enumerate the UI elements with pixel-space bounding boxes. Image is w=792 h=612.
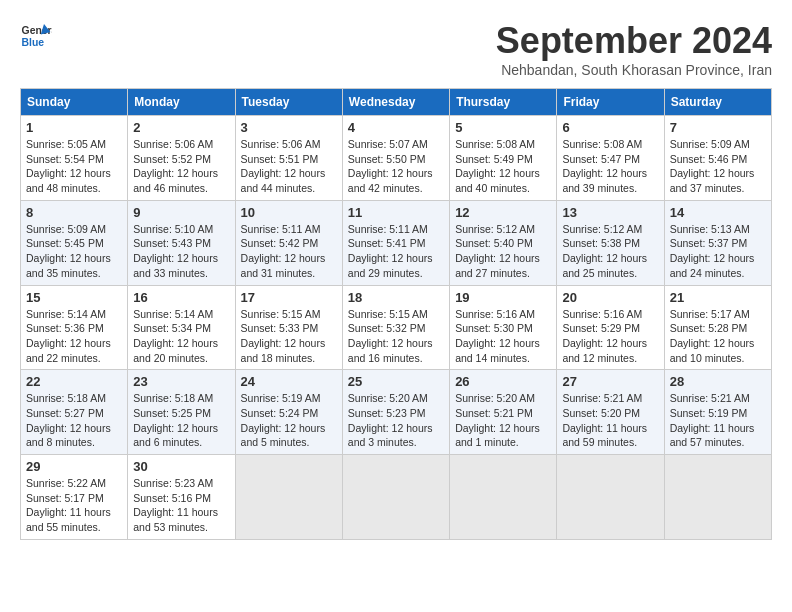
column-header-friday: Friday <box>557 89 664 116</box>
day-info: Sunrise: 5:12 AM Sunset: 5:40 PM Dayligh… <box>455 222 551 281</box>
day-number: 29 <box>26 459 122 474</box>
day-number: 13 <box>562 205 658 220</box>
day-number: 18 <box>348 290 444 305</box>
calendar-cell: 27 Sunrise: 5:21 AM Sunset: 5:20 PM Dayl… <box>557 370 664 455</box>
calendar-cell <box>235 455 342 540</box>
calendar-cell: 24 Sunrise: 5:19 AM Sunset: 5:24 PM Dayl… <box>235 370 342 455</box>
day-info: Sunrise: 5:18 AM Sunset: 5:25 PM Dayligh… <box>133 391 229 450</box>
calendar-cell: 28 Sunrise: 5:21 AM Sunset: 5:19 PM Dayl… <box>664 370 771 455</box>
calendar-header-row: SundayMondayTuesdayWednesdayThursdayFrid… <box>21 89 772 116</box>
calendar-cell: 30 Sunrise: 5:23 AM Sunset: 5:16 PM Dayl… <box>128 455 235 540</box>
calendar-cell <box>664 455 771 540</box>
day-number: 26 <box>455 374 551 389</box>
calendar-week-row: 8 Sunrise: 5:09 AM Sunset: 5:45 PM Dayli… <box>21 200 772 285</box>
day-info: Sunrise: 5:21 AM Sunset: 5:19 PM Dayligh… <box>670 391 766 450</box>
calendar-week-row: 22 Sunrise: 5:18 AM Sunset: 5:27 PM Dayl… <box>21 370 772 455</box>
day-info: Sunrise: 5:14 AM Sunset: 5:36 PM Dayligh… <box>26 307 122 366</box>
logo: General Blue <box>20 20 52 52</box>
column-header-sunday: Sunday <box>21 89 128 116</box>
day-info: Sunrise: 5:23 AM Sunset: 5:16 PM Dayligh… <box>133 476 229 535</box>
calendar-cell: 16 Sunrise: 5:14 AM Sunset: 5:34 PM Dayl… <box>128 285 235 370</box>
calendar-cell: 6 Sunrise: 5:08 AM Sunset: 5:47 PM Dayli… <box>557 116 664 201</box>
day-info: Sunrise: 5:20 AM Sunset: 5:21 PM Dayligh… <box>455 391 551 450</box>
calendar-cell: 9 Sunrise: 5:10 AM Sunset: 5:43 PM Dayli… <box>128 200 235 285</box>
calendar-cell: 20 Sunrise: 5:16 AM Sunset: 5:29 PM Dayl… <box>557 285 664 370</box>
day-info: Sunrise: 5:16 AM Sunset: 5:29 PM Dayligh… <box>562 307 658 366</box>
day-info: Sunrise: 5:20 AM Sunset: 5:23 PM Dayligh… <box>348 391 444 450</box>
column-header-wednesday: Wednesday <box>342 89 449 116</box>
calendar-cell: 25 Sunrise: 5:20 AM Sunset: 5:23 PM Dayl… <box>342 370 449 455</box>
calendar-cell: 19 Sunrise: 5:16 AM Sunset: 5:30 PM Dayl… <box>450 285 557 370</box>
column-header-tuesday: Tuesday <box>235 89 342 116</box>
day-info: Sunrise: 5:17 AM Sunset: 5:28 PM Dayligh… <box>670 307 766 366</box>
calendar-week-row: 29 Sunrise: 5:22 AM Sunset: 5:17 PM Dayl… <box>21 455 772 540</box>
day-info: Sunrise: 5:13 AM Sunset: 5:37 PM Dayligh… <box>670 222 766 281</box>
calendar-cell: 29 Sunrise: 5:22 AM Sunset: 5:17 PM Dayl… <box>21 455 128 540</box>
calendar-cell: 7 Sunrise: 5:09 AM Sunset: 5:46 PM Dayli… <box>664 116 771 201</box>
calendar-cell <box>557 455 664 540</box>
day-info: Sunrise: 5:10 AM Sunset: 5:43 PM Dayligh… <box>133 222 229 281</box>
calendar-cell: 3 Sunrise: 5:06 AM Sunset: 5:51 PM Dayli… <box>235 116 342 201</box>
calendar-week-row: 1 Sunrise: 5:05 AM Sunset: 5:54 PM Dayli… <box>21 116 772 201</box>
day-info: Sunrise: 5:16 AM Sunset: 5:30 PM Dayligh… <box>455 307 551 366</box>
day-number: 1 <box>26 120 122 135</box>
calendar-cell: 10 Sunrise: 5:11 AM Sunset: 5:42 PM Dayl… <box>235 200 342 285</box>
day-info: Sunrise: 5:18 AM Sunset: 5:27 PM Dayligh… <box>26 391 122 450</box>
day-info: Sunrise: 5:08 AM Sunset: 5:49 PM Dayligh… <box>455 137 551 196</box>
calendar-cell <box>342 455 449 540</box>
day-number: 5 <box>455 120 551 135</box>
day-info: Sunrise: 5:22 AM Sunset: 5:17 PM Dayligh… <box>26 476 122 535</box>
day-number: 9 <box>133 205 229 220</box>
day-number: 20 <box>562 290 658 305</box>
calendar-cell: 1 Sunrise: 5:05 AM Sunset: 5:54 PM Dayli… <box>21 116 128 201</box>
day-info: Sunrise: 5:15 AM Sunset: 5:32 PM Dayligh… <box>348 307 444 366</box>
day-number: 19 <box>455 290 551 305</box>
day-info: Sunrise: 5:11 AM Sunset: 5:41 PM Dayligh… <box>348 222 444 281</box>
day-number: 3 <box>241 120 337 135</box>
calendar-cell: 18 Sunrise: 5:15 AM Sunset: 5:32 PM Dayl… <box>342 285 449 370</box>
day-number: 22 <box>26 374 122 389</box>
day-number: 16 <box>133 290 229 305</box>
title-area: September 2024 Nehbandan, South Khorasan… <box>496 20 772 78</box>
calendar-cell: 14 Sunrise: 5:13 AM Sunset: 5:37 PM Dayl… <box>664 200 771 285</box>
day-number: 23 <box>133 374 229 389</box>
calendar-cell: 8 Sunrise: 5:09 AM Sunset: 5:45 PM Dayli… <box>21 200 128 285</box>
svg-text:Blue: Blue <box>22 37 45 48</box>
calendar-cell: 13 Sunrise: 5:12 AM Sunset: 5:38 PM Dayl… <box>557 200 664 285</box>
calendar-table: SundayMondayTuesdayWednesdayThursdayFrid… <box>20 88 772 540</box>
calendar-cell: 5 Sunrise: 5:08 AM Sunset: 5:49 PM Dayli… <box>450 116 557 201</box>
day-number: 28 <box>670 374 766 389</box>
day-info: Sunrise: 5:05 AM Sunset: 5:54 PM Dayligh… <box>26 137 122 196</box>
day-info: Sunrise: 5:08 AM Sunset: 5:47 PM Dayligh… <box>562 137 658 196</box>
day-info: Sunrise: 5:06 AM Sunset: 5:52 PM Dayligh… <box>133 137 229 196</box>
day-number: 12 <box>455 205 551 220</box>
day-number: 14 <box>670 205 766 220</box>
day-info: Sunrise: 5:09 AM Sunset: 5:46 PM Dayligh… <box>670 137 766 196</box>
month-title: September 2024 <box>496 20 772 62</box>
day-number: 8 <box>26 205 122 220</box>
day-number: 21 <box>670 290 766 305</box>
day-number: 6 <box>562 120 658 135</box>
day-number: 30 <box>133 459 229 474</box>
calendar-cell: 15 Sunrise: 5:14 AM Sunset: 5:36 PM Dayl… <box>21 285 128 370</box>
day-number: 25 <box>348 374 444 389</box>
day-number: 24 <box>241 374 337 389</box>
calendar-cell <box>450 455 557 540</box>
day-number: 10 <box>241 205 337 220</box>
page-header: General Blue September 2024 Nehbandan, S… <box>20 20 772 78</box>
day-info: Sunrise: 5:09 AM Sunset: 5:45 PM Dayligh… <box>26 222 122 281</box>
day-number: 15 <box>26 290 122 305</box>
logo-icon: General Blue <box>20 20 52 52</box>
day-info: Sunrise: 5:15 AM Sunset: 5:33 PM Dayligh… <box>241 307 337 366</box>
calendar-cell: 26 Sunrise: 5:20 AM Sunset: 5:21 PM Dayl… <box>450 370 557 455</box>
day-number: 17 <box>241 290 337 305</box>
day-info: Sunrise: 5:14 AM Sunset: 5:34 PM Dayligh… <box>133 307 229 366</box>
calendar-cell: 11 Sunrise: 5:11 AM Sunset: 5:41 PM Dayl… <box>342 200 449 285</box>
calendar-cell: 17 Sunrise: 5:15 AM Sunset: 5:33 PM Dayl… <box>235 285 342 370</box>
calendar-cell: 22 Sunrise: 5:18 AM Sunset: 5:27 PM Dayl… <box>21 370 128 455</box>
day-info: Sunrise: 5:19 AM Sunset: 5:24 PM Dayligh… <box>241 391 337 450</box>
calendar-cell: 2 Sunrise: 5:06 AM Sunset: 5:52 PM Dayli… <box>128 116 235 201</box>
day-number: 2 <box>133 120 229 135</box>
calendar-cell: 21 Sunrise: 5:17 AM Sunset: 5:28 PM Dayl… <box>664 285 771 370</box>
day-info: Sunrise: 5:12 AM Sunset: 5:38 PM Dayligh… <box>562 222 658 281</box>
